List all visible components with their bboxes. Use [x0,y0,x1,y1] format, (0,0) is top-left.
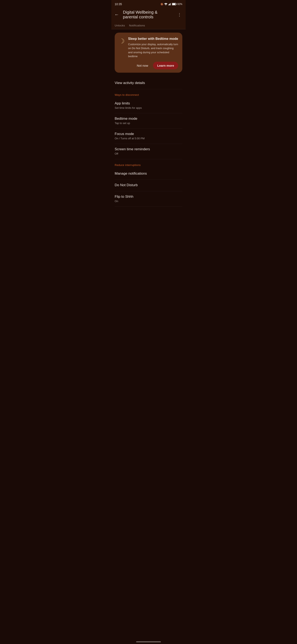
bedtime-text-block: Sleep better with Bedtime mode Customize… [128,37,178,58]
signal-icon [168,3,171,5]
bedtime-mode-card: ☽ Sleep better with Bedtime mode Customi… [115,32,182,73]
section-header-reduce-interruptions: Reduce interruptions [115,159,182,168]
svg-rect-4 [170,3,170,5]
svg-rect-2 [169,4,169,5]
bedtime-card-actions: Not now Learn more [119,62,178,69]
flip-to-shhh-subtitle: On [115,200,182,203]
svg-rect-8 [172,3,175,5]
main-content: ☽ Sleep better with Bedtime mode Customi… [111,29,186,222]
view-activity-title: View activity details [115,81,182,85]
svg-rect-5 [171,3,171,5]
status-icons: 🔕 82% [160,3,182,6]
app-limits-title: App limits [115,101,182,106]
manage-notifications-title: Manage notifications [115,172,182,176]
svg-rect-1 [168,5,169,5]
screen-time-reminders-item[interactable]: Screen time reminders Off [115,144,182,159]
manage-notifications-item[interactable]: Manage notifications [115,168,182,180]
wifi-icon [164,3,167,5]
bedtime-mode-title: Bedtime mode [115,116,182,121]
not-now-button[interactable]: Not now [134,62,151,69]
more-dots-icon: ⋮ [177,12,182,17]
flip-to-shhh-title: Flip to Shhh [115,195,182,199]
bedtime-card-body: ☽ Sleep better with Bedtime mode Customi… [119,37,178,58]
status-bar: 10:35 🔕 82% [111,0,186,8]
section-header-ways-to-disconnect: Ways to disconnect [115,89,182,98]
screen-time-reminders-subtitle: Off [115,152,182,156]
battery-icon [172,3,177,5]
flip-to-shhh-item[interactable]: Flip to Shhh On [115,191,182,206]
bottom-padding [115,206,182,219]
view-activity-item[interactable]: View activity details [115,78,182,89]
mute-icon: 🔕 [160,3,163,6]
app-bar-title: Digital Wellbeing & parental controls [123,10,173,20]
focus-mode-item[interactable]: Focus mode On / Turns off at 5:00 PM [115,128,182,144]
tab-unlocks[interactable]: Unlocks [115,22,129,29]
bedtime-card-description: Customize your display, automatically tu… [128,42,178,58]
screen-time-reminders-title: Screen time reminders [115,147,182,151]
bedtime-moon-icon: ☽ [119,37,125,45]
do-not-disturb-title: Do Not Disturb [115,183,182,187]
bedtime-mode-subtitle: Tap to set up [115,121,182,125]
back-button[interactable]: ← [112,10,121,19]
app-limits-item[interactable]: App limits Set time limits for apps [115,98,182,113]
back-arrow-icon: ← [114,12,119,17]
focus-mode-title: Focus mode [115,132,182,136]
app-bar: ← Digital Wellbeing & parental controls … [111,8,186,22]
tab-bar: Unlocks Notifications [111,22,186,29]
bedtime-card-title: Sleep better with Bedtime mode [128,37,178,41]
learn-more-button[interactable]: Learn more [153,62,178,69]
battery-percent: 82% [177,3,182,6]
bedtime-mode-item[interactable]: Bedtime mode Tap to set up [115,113,182,128]
status-time: 10:35 [115,2,122,6]
svg-point-0 [166,5,166,5]
svg-rect-7 [176,4,176,4]
more-options-button[interactable]: ⋮ [175,10,184,19]
do-not-disturb-item[interactable]: Do Not Disturb [115,180,182,191]
tab-notifications[interactable]: Notifications [129,22,149,29]
focus-mode-subtitle: On / Turns off at 5:00 PM [115,137,182,140]
svg-rect-3 [170,4,170,5]
app-limits-subtitle: Set time limits for apps [115,106,182,110]
